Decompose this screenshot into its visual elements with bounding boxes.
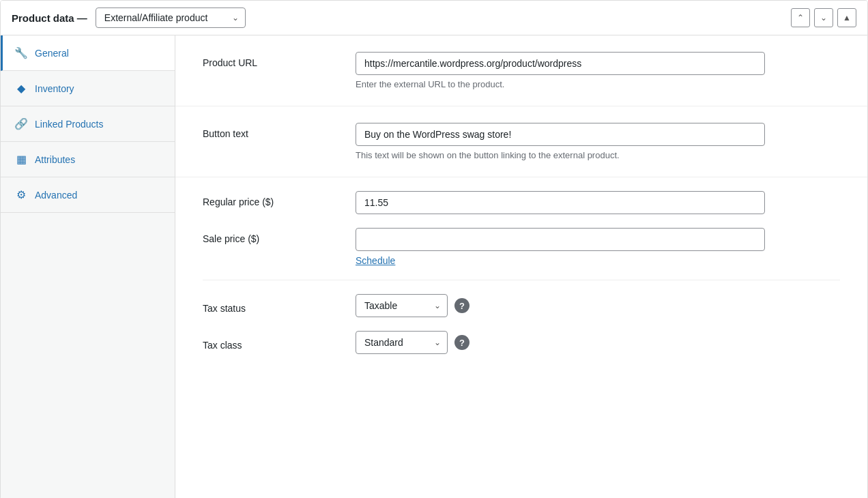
product-url-hint: Enter the external URL to the product. [356, 79, 765, 89]
sidebar-item-general-label: General [35, 48, 69, 59]
tax-status-row: Tax status Taxable Shipping only None ⌄ … [203, 294, 840, 317]
sidebar-item-advanced-label: Advanced [35, 190, 77, 201]
product-data-title: Product data — [12, 12, 87, 24]
sidebar-item-linked-products[interactable]: 🔗 Linked Products [1, 106, 175, 142]
product-data-header: Product data — Simple product Grouped pr… [1, 1, 867, 35]
product-data-body: 🔧 General ◆ Inventory 🔗 Linked Products … [1, 35, 867, 498]
product-url-row: Product URL Enter the external URL to th… [203, 52, 840, 89]
product-type-select[interactable]: Simple product Grouped product External/… [96, 8, 246, 28]
collapse-up-button[interactable]: ⌃ [791, 8, 810, 27]
button-text-label: Button text [203, 123, 339, 139]
sidebar-item-advanced[interactable]: ⚙ Advanced [1, 177, 175, 213]
tax-class-help-icon[interactable]: ? [454, 335, 469, 350]
tax-status-select[interactable]: Taxable Shipping only None [356, 294, 448, 317]
sale-price-row: Sale price ($) Schedule [203, 228, 840, 266]
tax-class-label: Tax class [203, 334, 339, 351]
header-controls: ⌃ ⌄ ▲ [791, 8, 856, 27]
tax-section: Tax status Taxable Shipping only None ⌄ … [175, 280, 867, 368]
tax-status-select-wrapper: Taxable Shipping only None ⌄ ? [356, 294, 469, 317]
button-text-section: Button text This text will be shown on t… [175, 106, 867, 177]
regular-price-control [356, 191, 765, 214]
product-url-label: Product URL [203, 52, 339, 68]
product-type-select-wrapper: Simple product Grouped product External/… [96, 8, 246, 28]
tax-class-select-wrapper: Standard Reduced rate Zero rate ⌄ ? [356, 331, 469, 354]
button-text-input[interactable] [356, 123, 765, 146]
tax-status-help-icon[interactable]: ? [454, 298, 469, 313]
button-text-control: This text will be shown on the button li… [356, 123, 765, 160]
button-text-hint: This text will be shown on the button li… [356, 150, 765, 160]
regular-price-label: Regular price ($) [203, 191, 339, 207]
button-text-row: Button text This text will be shown on t… [203, 123, 840, 160]
content-area: Product URL Enter the external URL to th… [175, 35, 867, 498]
wrench-icon: 🔧 [14, 46, 28, 59]
tax-class-select[interactable]: Standard Reduced rate Zero rate [356, 331, 448, 354]
sidebar-item-attributes-label: Attributes [35, 154, 75, 165]
collapse-down-button[interactable]: ⌄ [814, 8, 833, 27]
inventory-icon: ◆ [14, 82, 28, 95]
sidebar-item-general[interactable]: 🔧 General [1, 35, 175, 71]
link-icon: 🔗 [14, 117, 28, 130]
sale-price-label: Sale price ($) [203, 228, 339, 244]
sale-price-input[interactable] [356, 228, 765, 251]
sale-price-control: Schedule [356, 228, 765, 266]
gear-icon: ⚙ [14, 188, 28, 201]
sidebar-item-inventory-label: Inventory [35, 83, 74, 94]
expand-button[interactable]: ▲ [837, 8, 856, 27]
attributes-icon: ▦ [14, 153, 28, 166]
schedule-link[interactable]: Schedule [356, 255, 395, 266]
sidebar-item-inventory[interactable]: ◆ Inventory [1, 71, 175, 106]
sidebar-item-linked-products-label: Linked Products [35, 119, 103, 130]
product-url-input[interactable] [356, 52, 765, 75]
tax-status-label: Tax status [203, 297, 339, 314]
regular-price-row: Regular price ($) [203, 191, 840, 214]
product-url-control: Enter the external URL to the product. [356, 52, 765, 89]
sidebar-item-attributes[interactable]: ▦ Attributes [1, 142, 175, 177]
regular-price-section: Regular price ($) Sale price ($) Schedul… [175, 177, 867, 280]
sidebar: 🔧 General ◆ Inventory 🔗 Linked Products … [1, 35, 175, 498]
product-url-section: Product URL Enter the external URL to th… [175, 35, 867, 106]
regular-price-input[interactable] [356, 191, 765, 214]
tax-class-row: Tax class Standard Reduced rate Zero rat… [203, 331, 840, 354]
